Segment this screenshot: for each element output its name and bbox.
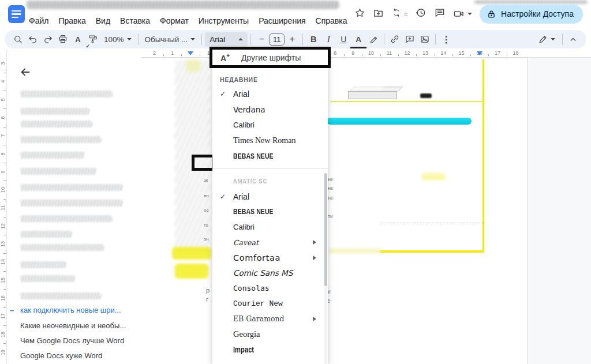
font-menu-item-verdana[interactable]: Verdana [212, 102, 328, 117]
ruler-number: 12 [0, 222, 6, 230]
redacted-outline-item [20, 168, 96, 175]
font-menu-item-times-new-roman[interactable]: Times New Roman [212, 133, 328, 148]
highlighter-button[interactable] [366, 32, 381, 47]
font-menu-item-arial[interactable]: ✓Arial [212, 86, 328, 102]
dark-text-blob [420, 93, 432, 98]
insert-image-button[interactable] [417, 32, 432, 47]
google-docs-app: ФайлПравкаВидВставкаФорматИнструментыРас… [0, 0, 591, 364]
google-docs-logo-icon[interactable] [8, 5, 25, 23]
menu-инструменты[interactable]: Инструменты [199, 16, 249, 25]
hide-menus-button[interactable] [566, 32, 581, 47]
font-size-input[interactable]: 11 [269, 33, 285, 46]
underline-button[interactable]: U [336, 32, 351, 47]
bold-button[interactable]: B [306, 32, 321, 47]
menu-правка[interactable]: Правка [58, 16, 85, 25]
font-menu-item-amatic-sc[interactable]: AMATIC SC [212, 174, 328, 189]
close-outline-button[interactable] [19, 66, 33, 80]
star-icon[interactable] [354, 7, 365, 21]
font-menu-item-comfortaa[interactable]: Comfortaa [212, 250, 328, 266]
ruler-tick [380, 54, 381, 56]
insert-link-button[interactable] [387, 32, 402, 47]
right-indent-marker[interactable] [477, 51, 482, 55]
chevron-down-icon [551, 38, 555, 40]
version-history-icon[interactable] [415, 7, 427, 21]
search-icon[interactable] [10, 32, 25, 47]
redo-button[interactable] [40, 32, 55, 47]
menu-формат[interactable]: Формат [160, 16, 189, 25]
redacted-outline-item [20, 215, 113, 222]
menu-справка[interactable]: Справка [316, 16, 347, 25]
font-menu-item-impact[interactable]: Impact [212, 342, 328, 358]
redacted-outline-item [20, 292, 101, 299]
font-menu-item-comic-sans-ms[interactable]: Comic Sans MS [212, 265, 328, 281]
outline-item[interactable]: Google Docs хуже Word [20, 351, 102, 360]
font-label: Georgia [233, 329, 260, 339]
ruler-number: 5 [0, 96, 6, 104]
ruler-tick [362, 54, 362, 56]
redacted-text-line [369, 175, 450, 181]
titlebar-actions: c Настройки Доступа [354, 3, 583, 24]
font-family-select[interactable]: Arial [205, 32, 248, 47]
editing-mode-select[interactable] [534, 32, 559, 47]
sync-status-icon[interactable] [391, 7, 402, 20]
ruler-tick [3, 163, 6, 163]
outline-item[interactable]: Какие неочевидные и необы... [20, 321, 126, 330]
recent-fonts-section-label: НЕДАВНИЕ [220, 76, 328, 83]
font-label: AMATIC SC [233, 178, 267, 185]
text-color-button[interactable]: A [351, 32, 366, 47]
more-fonts-menu-item[interactable]: A+ Другие шрифты [212, 48, 328, 66]
document-canvas[interactable]: зквностоэнргнененотиие [141, 58, 591, 364]
print-button[interactable] [55, 32, 70, 47]
ruler-tick [435, 54, 435, 56]
font-label: Arial [233, 192, 249, 201]
ruler-tick [3, 235, 6, 235]
ruler-tick [163, 54, 164, 56]
decrease-font-size-button[interactable]: − [254, 32, 269, 47]
outline-item[interactable]: Чем Google Docs лучше Word [20, 336, 124, 345]
redacted-outline-item [20, 261, 66, 268]
menu-вставка[interactable]: Вставка [120, 16, 150, 25]
paragraph-style-select[interactable]: Обычный ... [141, 35, 199, 44]
font-label: Verdana [233, 105, 265, 114]
font-menu-item-calibri[interactable]: Calibri [212, 220, 328, 235]
font-menu-item-courier-new[interactable]: Courier New [212, 296, 328, 312]
ruler-number: 14 [0, 258, 6, 266]
ruler-number: 13 [421, 50, 429, 56]
zoom-select[interactable]: 100% [100, 35, 135, 44]
font-menu-item-eb-garamond[interactable]: EB Garamond [212, 312, 328, 327]
increase-font-size-button[interactable]: + [285, 32, 300, 47]
add-comment-button[interactable] [402, 32, 417, 47]
ruler-number: 9 [349, 50, 357, 56]
font-menu-item-georgia[interactable]: Georgia [212, 327, 328, 342]
comments-icon[interactable] [434, 7, 446, 21]
left-indent-marker[interactable] [188, 51, 193, 55]
outline-item[interactable]: –как подключить новые шри... [20, 306, 121, 314]
ruler-tick [3, 108, 6, 109]
chevron-down-icon [467, 13, 472, 15]
ruler-number: 16 [0, 294, 6, 302]
text-fragment: ос [204, 208, 208, 213]
yellow-highlight-mark [172, 247, 211, 260]
outline-item-label: Google Docs хуже Word [20, 351, 102, 360]
font-menu-item-arial[interactable]: ✓Arial [212, 189, 328, 205]
more-options-button[interactable]: ⋮ [439, 32, 454, 47]
spell-check-button[interactable]: A [70, 32, 85, 47]
font-menu-item-consolas[interactable]: Consolas [212, 281, 328, 297]
menu-scrollbar-thumb[interactable] [324, 173, 327, 286]
undo-button[interactable] [25, 32, 40, 47]
menu-вид[interactable]: Вид [96, 16, 110, 25]
font-menu-item-bebas-neue[interactable]: BEBAS NEUE [212, 148, 328, 164]
italic-button[interactable]: I [321, 32, 336, 47]
font-label: BEBAS NEUE [233, 152, 274, 160]
move-to-folder-icon[interactable] [373, 7, 384, 21]
menu-расширения[interactable]: Расширения [259, 16, 305, 25]
font-menu-item-calibri[interactable]: Calibri [212, 117, 328, 133]
document-title-redacted[interactable] [27, 1, 339, 9]
menu-файл[interactable]: Файл [29, 16, 48, 25]
share-settings-button[interactable]: Настройки Доступа [480, 5, 583, 24]
yellow-table-border-bottom [380, 250, 484, 253]
ruler-number: 3 [0, 59, 6, 67]
font-menu-item-bebas-neue[interactable]: BEBAS NEUE [212, 204, 328, 220]
video-call-icon[interactable] [453, 8, 472, 20]
font-menu-item-caveat[interactable]: Caveat [212, 235, 328, 250]
